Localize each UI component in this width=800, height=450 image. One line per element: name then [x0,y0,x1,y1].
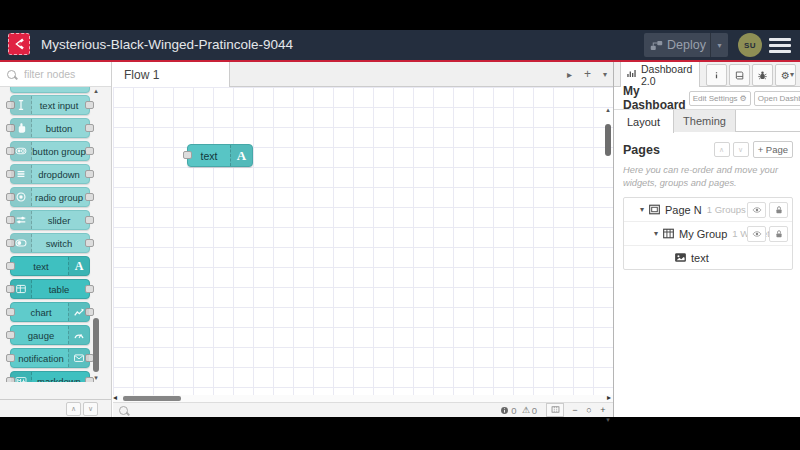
lock-toggle-button[interactable] [769,226,788,242]
user-avatar[interactable]: SU [738,33,762,57]
hamburger-icon [769,38,791,41]
pages-header: Pages ∧ ∨ + Page [623,141,793,158]
palette-node-switch[interactable]: switch [10,233,90,253]
tree-row-My-Group[interactable]: ▾My Group1 Widgets [624,222,792,246]
move-down-button[interactable]: ∨ [733,142,749,157]
canvas-vertical-scrollbar[interactable]: ▴ ▾ [604,114,612,418]
instance-title: Mysterious-Black-Winged-Pratincole-9044 [41,37,293,52]
palette-node-label: switch [29,234,89,252]
flow-canvas[interactable]: text A ▴ ▾ [113,87,613,395]
next-tab-icon[interactable]: ▸ [567,69,572,80]
palette-node-label: notification [11,349,71,367]
palette-scroll-thumb[interactable] [93,318,99,372]
tree-item-label: text [691,252,709,264]
zoom-in-button[interactable]: + [596,404,610,416]
add-flow-icon[interactable]: + [584,67,591,81]
tab-flow-1[interactable]: Flow 1 [113,62,230,87]
tree-row-Page-N[interactable]: ▾Page N1 Groups [624,198,792,222]
node-palette: text inputbuttonbutton groupdropdownradi… [0,62,112,417]
search-flows-icon[interactable] [119,406,128,415]
chevron-down-icon[interactable]: ▾ [640,205,644,214]
chart-icon [68,303,89,321]
palette-node-label: chart [11,303,71,321]
add-page-button[interactable]: + Page [753,141,793,158]
palette-footer: ∧ ∨ [0,399,111,417]
edit-settings-button[interactable]: Edit Settings ⚙ [689,91,751,106]
canvas-node-text[interactable]: text A [187,144,253,167]
canvas-node-label: text [188,145,230,166]
sidebar-menu-caret-icon[interactable]: ▾ [790,70,794,79]
deploy-options-caret-icon[interactable]: ▾ [710,33,728,57]
text-node-icon: A [230,145,252,166]
gauge-icon [68,326,89,344]
book-button[interactable] [729,64,750,86]
zoom-out-button[interactable]: − [568,404,582,416]
app-window: Mysterious-Black-Winged-Pratincole-9044 … [0,0,800,450]
tree-row-text[interactable]: text [624,246,792,269]
palette-node-label: gauge [11,326,71,344]
dashboard-subtabs: Layout Theming [614,110,800,132]
layout-panel: Pages ∧ ∨ + Page Here you can re-order a… [614,133,800,417]
flow-list-caret-icon[interactable]: ▾ [603,70,607,79]
scroll-left-icon[interactable]: ◂ [113,393,117,402]
scroll-up-icon[interactable]: ▴ [604,106,612,114]
palette-search [0,62,111,87]
palette-node-slider[interactable]: slider [10,210,90,230]
palette-node-radio-group[interactable]: radio group [10,187,90,207]
scroll-down-icon[interactable]: ▾ [92,374,100,382]
letter-A-icon: A [68,257,89,275]
canvas-status-bar: 0 ⚠ 0 − ○ + [113,402,613,417]
flowfuse-logo-icon[interactable] [8,33,30,55]
expand-categories-button[interactable]: ∨ [83,402,98,416]
palette-node-label [11,87,89,92]
palette-scrollbar[interactable]: ▴ ▾ [92,87,100,382]
palette-node-chart[interactable]: chart [10,302,90,322]
palette-node-label: markdown [29,372,89,382]
palette-node-button[interactable]: button [10,118,90,138]
palette-node-gauge[interactable]: gauge [10,325,90,345]
visibility-toggle-button[interactable] [747,226,766,242]
palette-node-notification[interactable]: notification [10,348,90,368]
deploy-button[interactable]: Deploy ▾ [644,33,728,57]
scroll-right-icon[interactable]: ▸ [607,393,611,402]
canvas-horizontal-scrollbar[interactable]: ◂ ▸ [113,395,613,402]
info-count[interactable]: 0 [500,405,516,416]
palette-node-markdown[interactable]: markdown [10,371,90,382]
move-up-button[interactable]: ∧ [714,142,730,157]
info-circle-icon [500,406,509,415]
horizontal-scroll-thumb[interactable] [123,396,181,401]
tab-layout[interactable]: Layout [614,110,674,133]
palette-node-label: table [29,280,89,298]
page-icon [648,203,661,216]
main-menu-button[interactable] [769,38,791,53]
bug-button[interactable] [752,64,773,86]
palette-node-label: dropdown [29,165,89,183]
image-icon [674,251,687,264]
collapse-categories-button[interactable]: ∧ [66,402,81,416]
chevron-down-icon[interactable]: ▾ [654,229,658,238]
visibility-toggle-button[interactable] [747,202,766,218]
palette-node-table[interactable]: table [10,279,90,299]
info-button[interactable] [706,64,727,86]
warning-icon: ⚠ [522,405,530,415]
scroll-down-icon[interactable]: ▾ [604,416,612,424]
palette-node-partial[interactable] [10,87,90,93]
pages-tree: ▾Page N1 Groups▾My Group1 Widgetstext [623,197,793,270]
lock-toggle-button[interactable] [769,202,788,218]
palette-node-button-group[interactable]: button group [10,141,90,161]
navigator-toggle-button[interactable] [546,403,564,417]
palette-node-text[interactable]: Atext [10,256,90,276]
palette-node-label: slider [29,211,89,229]
scroll-up-icon[interactable]: ▴ [92,87,100,95]
tab-theming[interactable]: Theming [674,110,736,132]
warning-count[interactable]: ⚠ 0 [522,405,537,416]
flow-tab-bar: Flow 1 ▸ + ▾ [113,62,613,87]
palette-node-text-input[interactable]: text input [10,95,90,115]
open-dashboard-button[interactable]: Open Dashboard ↗ [754,91,800,106]
tree-item-meta: 1 Groups [707,204,746,215]
vertical-scroll-thumb[interactable] [605,124,611,156]
filter-nodes-input[interactable] [22,67,104,81]
palette-node-dropdown[interactable]: dropdown [10,164,90,184]
zoom-reset-button[interactable]: ○ [582,404,596,416]
sidebar-tool-buttons: ⚙ [706,64,796,86]
